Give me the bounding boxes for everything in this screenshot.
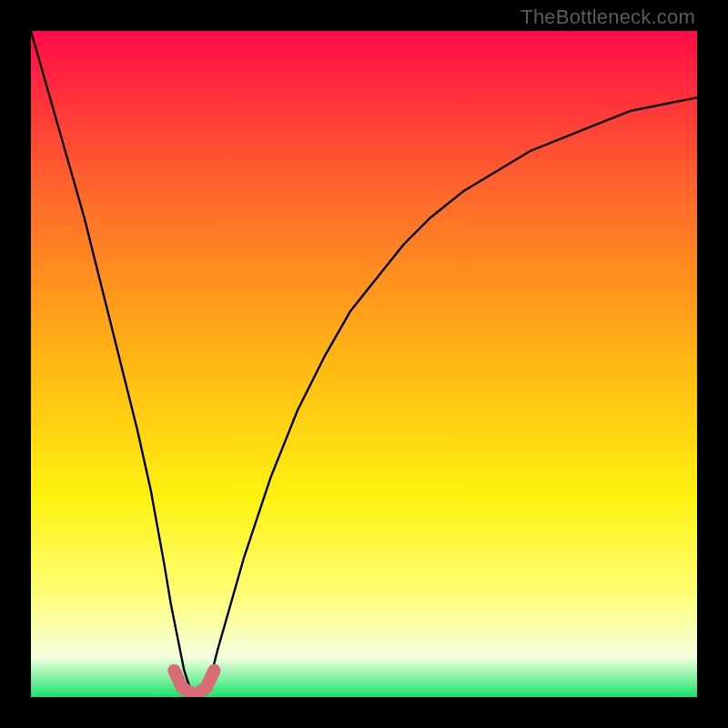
gradient-background [31,31,697,697]
watermark-text: TheBottleneck.com [521,5,695,29]
bottleneck-chart [31,31,697,697]
chart-frame [31,31,697,697]
